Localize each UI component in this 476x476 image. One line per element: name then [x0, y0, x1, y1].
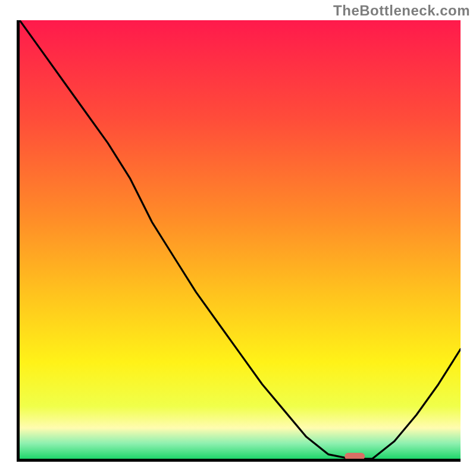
attribution-label: TheBottleneck.com [333, 2, 470, 19]
bottleneck-chart: TheBottleneck.com [0, 0, 476, 476]
axes-frame [17, 20, 461, 462]
